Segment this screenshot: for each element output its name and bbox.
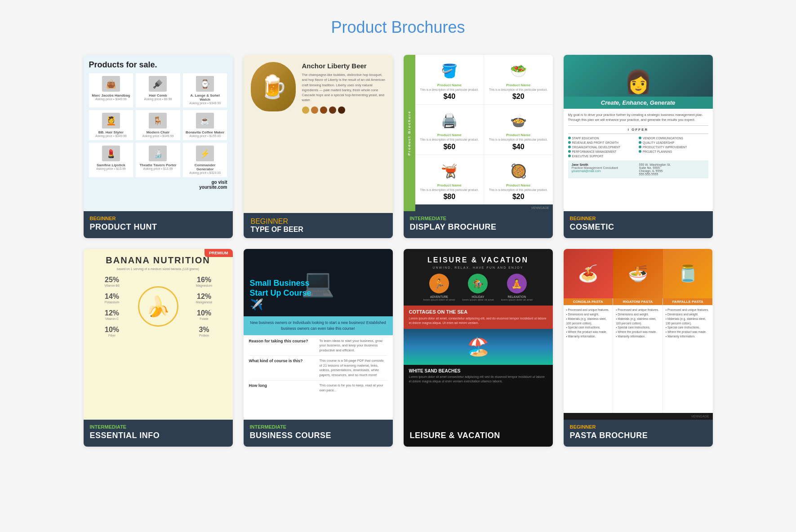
card-cosmetic[interactable]: 👩 Create, Enhance, Generate My goal is t… [564, 55, 713, 238]
beer-type-section: BEGINNER TYPE OF BEER [244, 213, 393, 238]
qa-item: Reason for taking this course? To learn … [249, 339, 387, 356]
ph-visit: go visityoursite.com [89, 180, 227, 190]
offer-item: EXECUTIVE SUPPORT [568, 155, 638, 158]
offer-item: STAFF EDUCATION [568, 137, 638, 140]
card-leisure-vacation[interactable]: LEISURE & VACATION UNWIND, RELAX, HAVE F… [404, 249, 553, 447]
watch-icon: ⌚ [196, 76, 214, 92]
stat-pct: 14% [90, 293, 134, 301]
cosmetic-offer-label: I OFFER [568, 125, 708, 134]
banana-subtitle: based on 1 serving of a medium sized ban… [90, 267, 227, 270]
card-banana-nutrition[interactable]: PREMIUM BANANA NUTRITION based on 1 serv… [84, 249, 233, 447]
color-swatch-1 [302, 106, 309, 114]
pasta-item: • Materials (e.g. stainless steel, 100 p… [666, 317, 710, 326]
pasta-item: • Special care instructions. [566, 325, 610, 330]
offer-item: ORGANIZATIONAL DEVELOPMENT [568, 146, 638, 149]
pasta-item: • Where the product was made. [566, 330, 610, 334]
card-beer[interactable]: 🍺 Anchor Liberty Beer The champagne-like… [244, 55, 393, 238]
offer-item: QUALITY LEADERSHIP [639, 141, 708, 144]
pasta-img-3: 🫙 [663, 249, 713, 298]
pasta-item: • Dimensions and weight. [566, 312, 610, 317]
ph-item-name: Commander Generator [186, 163, 225, 171]
leisure-beach-section: COTTAGES ON THE SEA Lorem ipsum dolor si… [404, 306, 553, 329]
ph-item: ☕ Bonavita Coffee Maker Asking price • $… [183, 110, 227, 140]
pasta-item: • Where the product was made. [616, 330, 660, 334]
stat-label: Potassium [90, 301, 134, 304]
display-item-name: Product Name [488, 183, 549, 187]
cosmetic-preview: 👩 Create, Enhance, Generate My goal is t… [564, 55, 713, 211]
display-item-name: Product Name [488, 133, 549, 137]
handbag-icon: 👜 [102, 76, 120, 92]
banana-stat: 25%Vitamin B6 [90, 276, 134, 287]
beach-image: 🏖️ [404, 329, 553, 365]
cosmetic-tagline: Create, Enhance, Generate [564, 97, 713, 109]
ph-item-price: Asking price • $349.99 [92, 134, 131, 137]
qa-answer: To learn ideas to start your business, g… [320, 339, 387, 353]
pasta-item: • Special care instructions. [616, 325, 660, 330]
business-title-overlay: Small Business Start Up Course ✈️ [250, 279, 311, 311]
stat-pct: 12% [90, 309, 134, 317]
display-item-icon: 🪣 [419, 58, 480, 83]
offer-item: PROJECT PLANNING [639, 150, 708, 153]
qa-answer: This course is for you to keep, read at … [320, 383, 387, 393]
card-product-hunt-preview: Products for sale. 👜 Marc Jacobs Handbag… [84, 55, 233, 211]
display-item-name: Product Name [488, 83, 549, 87]
card-product-hunt[interactable]: Products for sale. 👜 Marc Jacobs Handbag… [84, 55, 233, 238]
offer-item: PERFORMANCE MANAGEMENT [568, 150, 638, 153]
beer-name: Anchor Liberty Beer [302, 62, 386, 70]
plane-icon: ✈️ [250, 298, 263, 310]
ph-item-price: Asking price • $155.00 [186, 134, 225, 137]
leisure-icon-item: 🏇 HOLIDAY lorem ipsum dolor sit amet [462, 274, 494, 301]
holiday-icon: 🏇 [468, 274, 488, 293]
stat-pct: 10% [182, 309, 227, 317]
qa-answer: This course is a 56-page PDF that consis… [320, 359, 387, 377]
stat-label: Manganese [182, 301, 227, 304]
ph-item: 👜 Marc Jacobs Handbag Asking price • $34… [89, 73, 133, 107]
cottages-desc: Lorem ipsum dolor sit amet, consectetur … [409, 316, 547, 325]
brochure-grid: Products for sale. 👜 Marc Jacobs Handbag… [84, 55, 713, 447]
display-item-name: Product Name [419, 83, 480, 87]
pasta-item: • Warranty information. [616, 334, 660, 339]
display-item-price: $20 [488, 193, 549, 201]
leisure-preview: LEISURE & VACATION UNWIND, RELAX, HAVE F… [404, 249, 553, 420]
pasta-brand-bar: VENNGAGE [564, 413, 713, 420]
lipstick-icon: 💄 [102, 146, 120, 161]
contact-suite: Suite No. 5555 [639, 166, 705, 169]
card-pasta-brochure[interactable]: 🍝 🍜 🫙 CONGILIA PASTA • Processed and uni… [564, 249, 713, 447]
stat-label: Fiber [90, 334, 134, 337]
pasta-col-1: CONGILIA PASTA • Processed and unique fe… [564, 298, 614, 413]
display-item-desc: This is a description of this particular… [419, 88, 480, 92]
stat-pct: 25% [90, 276, 134, 284]
display-item-name: Product Name [419, 183, 480, 187]
hairstyler-icon: 💆 [102, 113, 120, 129]
business-qa: Reason for taking this course? To learn … [244, 335, 393, 420]
cosmetic-header: 👩 Create, Enhance, Generate [564, 55, 713, 109]
page-title: Product Brochures [9, 18, 787, 37]
offer-item: VENDOR COMMUNICATIONS [639, 137, 708, 140]
card-business-course[interactable]: 💻 Small Business Start Up Course ✈️ New … [244, 249, 393, 447]
business-preview: 💻 Small Business Start Up Course ✈️ New … [244, 249, 393, 420]
contact-name: Jane Smith [572, 163, 637, 166]
banana-stat: 14%Potassium [90, 293, 134, 304]
beer-type-label: TYPE OF BEER [251, 226, 386, 234]
ph-item-price: Asking price • $324.00 [186, 171, 225, 174]
leisure-subtitle: UNWIND, RELAX, HAVE FUN AND ENJOY [411, 266, 546, 269]
ph-item: ⌚ A. Lange & Sohel Watch Asking price • … [183, 73, 227, 107]
display-item: 🥘 Product Name This is a description of … [484, 155, 553, 204]
venngage-brand: VENNGAGE [531, 206, 549, 209]
display-item-price: $40 [488, 143, 549, 151]
pasta-col-2: RIGATONI PASTA • Processed and unique fe… [613, 298, 663, 413]
stat-label: Protein [182, 334, 227, 337]
ph-item-name: BB. Hair Styler [92, 130, 131, 134]
leisure-icon-item: 🧘 RELAXATION lorem ipsum dolor sit amet [501, 274, 533, 301]
chair-icon: 🪑 [149, 113, 167, 129]
qa-question: What kind of course is this? [249, 359, 317, 377]
contact-title: Practice Management Consultant [572, 166, 637, 169]
porter-icon: 🍶 [149, 146, 167, 161]
display-item-desc: This is a description of this particular… [488, 138, 549, 142]
display-item-desc: This is a description of this particular… [419, 188, 480, 192]
ph-item: 🍶 Theatte Tavern Porter Asking price • $… [136, 143, 180, 177]
beer-header: 🍺 Anchor Liberty Beer The champagne-like… [251, 62, 386, 114]
pasta-col-header: CONGILIA PASTA [564, 298, 613, 305]
card-display-brochure[interactable]: Product Brochure 🪣 Product Name This is … [404, 55, 553, 238]
offer-item: PRODUCTIVITY IMPROVEMENT [639, 146, 708, 149]
